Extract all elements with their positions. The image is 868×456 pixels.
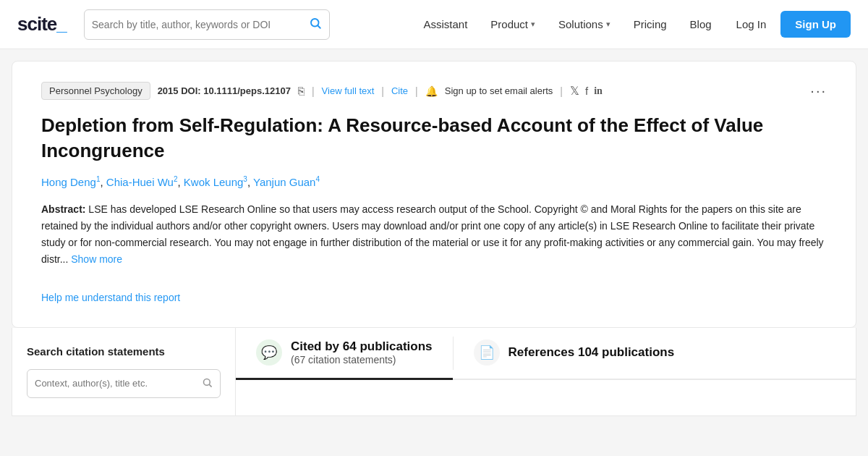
view-full-text-link[interactable]: View full text <box>322 85 375 96</box>
cited-by-main-label: Cited by 64 publications <box>291 339 433 354</box>
search-bar <box>84 9 330 40</box>
cite-link[interactable]: Cite <box>391 85 408 96</box>
alert-text: Sign up to set email alerts <box>445 85 553 96</box>
search-input[interactable] <box>92 19 303 30</box>
author-yanjun-guan[interactable]: Yanjun Guan4 <box>253 176 320 188</box>
authors-list: Hong Deng1, Chia-Huei Wu2, Kwok Leung3, … <box>41 175 827 188</box>
facebook-icon[interactable]: f <box>585 85 588 97</box>
journal-badge: Personnel Psychology <box>41 82 150 100</box>
chevron-down-icon: ▾ <box>606 20 610 29</box>
linkedin-icon[interactable]: in <box>594 85 603 97</box>
separator: | <box>312 85 315 97</box>
twitter-icon[interactable]: 𝕏 <box>570 84 579 98</box>
nav-item-pricing[interactable]: Pricing <box>624 12 677 36</box>
tab-cited-by[interactable]: 💬 Cited by 64 publications (67 citation … <box>236 328 453 380</box>
citation-search-input-wrapper <box>27 369 221 398</box>
login-button[interactable]: Log In <box>725 12 778 36</box>
search-icon <box>309 17 322 33</box>
more-options-button[interactable]: ··· <box>810 83 827 99</box>
citation-search-input[interactable] <box>35 378 196 389</box>
year-doi: 2015 DOI: 10.1111/peps.12107 <box>158 85 291 96</box>
references-icon: 📄 <box>474 339 500 366</box>
abstract-text: Abstract: LSE has developed LSE Research… <box>41 201 827 268</box>
navbar: scite_ Assistant Product ▾ Solutions ▾ P… <box>0 0 868 49</box>
author-kwok-leung[interactable]: Kwok Leung3 <box>184 176 247 188</box>
cited-by-icon: 💬 <box>256 339 282 366</box>
nav-links: Assistant Product ▾ Solutions ▾ Pricing … <box>413 11 851 38</box>
separator: | <box>560 85 563 97</box>
nav-item-blog[interactable]: Blog <box>680 12 722 36</box>
references-text: References 104 publications <box>509 345 675 360</box>
chevron-down-icon: ▾ <box>531 20 535 29</box>
citation-search-sidebar: Search citation statements <box>12 328 236 416</box>
svg-line-3 <box>209 384 211 387</box>
citation-tabs: 💬 Cited by 64 publications (67 citation … <box>236 328 856 416</box>
article-meta-row: Personnel Psychology 2015 DOI: 10.1111/p… <box>41 82 827 100</box>
signup-button[interactable]: Sign Up <box>780 11 851 38</box>
nav-item-product[interactable]: Product ▾ <box>480 12 545 36</box>
social-icons: 𝕏 f in <box>570 84 603 98</box>
separator: | <box>381 85 384 97</box>
bottom-section: Search citation statements 💬 Cited by 64… <box>12 328 856 416</box>
copy-icon[interactable]: ⎘ <box>298 85 305 97</box>
nav-item-solutions[interactable]: Solutions ▾ <box>548 12 621 36</box>
bell-icon: 🔔 <box>425 85 438 97</box>
show-more-link[interactable]: Show more <box>71 253 122 265</box>
article-card: Personnel Psychology 2015 DOI: 10.1111/p… <box>12 61 856 328</box>
svg-line-1 <box>318 25 320 28</box>
tabs-row: 💬 Cited by 64 publications (67 citation … <box>236 328 856 380</box>
article-title: Depletion from Self-Regulation: A Resour… <box>41 113 827 164</box>
cited-by-sub-label: (67 citation statements) <box>291 354 433 366</box>
help-link[interactable]: Help me understand this report <box>41 292 180 303</box>
nav-item-assistant[interactable]: Assistant <box>413 12 477 36</box>
references-main-label: References 104 publications <box>509 345 675 360</box>
tab-references[interactable]: 📄 References 104 publications <box>454 328 695 380</box>
search-icon <box>202 377 213 390</box>
sidebar-title: Search citation statements <box>27 345 221 358</box>
cited-by-text: Cited by 64 publications (67 citation st… <box>291 339 433 366</box>
author-hong-deng[interactable]: Hong Deng1 <box>41 176 100 188</box>
separator: | <box>415 85 418 97</box>
author-chia-huei-wu[interactable]: Chia-Huei Wu2 <box>106 176 178 188</box>
site-logo[interactable]: scite_ <box>17 13 67 35</box>
